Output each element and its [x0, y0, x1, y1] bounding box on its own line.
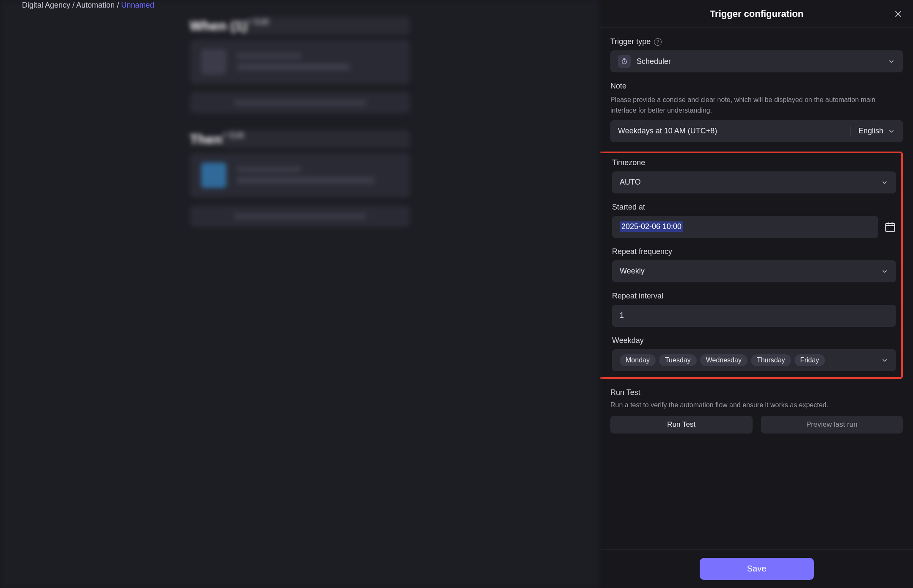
note-help: Please provide a concise and clear note,… — [610, 95, 903, 116]
timezone-select[interactable]: AUTO — [612, 171, 896, 193]
repeat-frequency-select[interactable]: Weekly — [612, 260, 896, 282]
when-edit: + Edit — [247, 17, 410, 35]
trigger-type-select[interactable]: Scheduler — [610, 50, 903, 72]
note-input[interactable]: Weekdays at 10 AM (UTC+8) — [610, 127, 850, 135]
then-heading: Then — [190, 132, 222, 147]
note-language-select[interactable]: English — [850, 127, 903, 135]
timezone-label: Timezone — [612, 158, 896, 167]
breadcrumb: Digital Agency / Automation / Unnamed — [22, 1, 154, 10]
panel-title: Trigger configuration — [710, 8, 803, 19]
then-edit: + Edit — [222, 130, 410, 148]
panel-footer: Save — [600, 549, 913, 588]
trigger-type-label: Trigger type ? — [610, 37, 903, 46]
note-input-row: Weekdays at 10 AM (UTC+8) English — [610, 120, 903, 142]
run-test-button[interactable]: Run Test — [610, 416, 753, 433]
save-button[interactable]: Save — [700, 558, 814, 580]
svg-rect-1 — [886, 223, 895, 231]
weekday-chip[interactable]: Wednesday — [700, 354, 748, 366]
weekday-chip[interactable]: Friday — [794, 354, 825, 366]
note-label: Note — [610, 82, 903, 91]
chevron-down-icon — [888, 58, 895, 65]
run-test-label: Run Test — [610, 388, 903, 397]
help-icon[interactable]: ? — [654, 38, 662, 46]
breadcrumb-link[interactable]: Unnamed — [121, 1, 154, 9]
weekday-select[interactable]: Monday Tuesday Wednesday Thursday Friday — [612, 349, 896, 371]
started-at-label: Started at — [612, 203, 896, 212]
repeat-frequency-label: Repeat frequency — [612, 247, 896, 256]
chevron-down-icon — [888, 127, 895, 135]
weekday-label: Weekday — [612, 336, 896, 345]
run-test-help: Run a test to verify the automation flow… — [610, 401, 903, 409]
calendar-icon[interactable] — [884, 221, 896, 233]
trigger-config-panel: Trigger configuration Trigger type ? Sch — [600, 0, 913, 588]
preview-last-run-button[interactable]: Preview last run — [761, 416, 903, 433]
panel-header: Trigger configuration — [600, 0, 913, 28]
highlighted-section: Timezone AUTO Started at 2025-02-06 10:0… — [600, 152, 903, 379]
trigger-type-value: Scheduler — [637, 57, 671, 66]
started-at-input[interactable]: 2025-02-06 10:00 — [612, 216, 878, 238]
repeat-interval-label: Repeat interval — [612, 292, 896, 301]
chevron-down-icon — [881, 268, 888, 275]
repeat-interval-input[interactable]: 1 — [612, 305, 896, 327]
weekday-chip[interactable]: Tuesday — [659, 354, 697, 366]
when-heading: When (1) — [190, 18, 247, 34]
chevron-down-icon — [881, 179, 888, 186]
close-icon[interactable] — [894, 9, 903, 19]
weekday-chip[interactable]: Thursday — [751, 354, 791, 366]
scheduler-icon — [618, 55, 631, 68]
weekday-chip[interactable]: Monday — [620, 354, 656, 366]
chevron-down-icon — [881, 356, 888, 364]
weekday-chips: Monday Tuesday Wednesday Thursday Friday — [620, 354, 825, 366]
main-canvas-blurred: When (1) + Edit Then + Edit — [0, 0, 600, 588]
